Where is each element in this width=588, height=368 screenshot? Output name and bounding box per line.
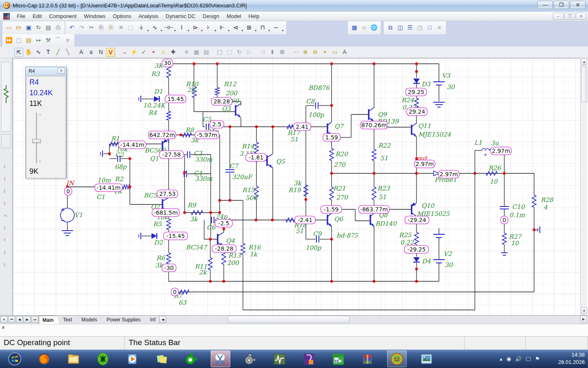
paste-icon[interactable]: ⎘ xyxy=(107,23,116,32)
grid-icon[interactable]: ⌗ xyxy=(182,48,191,57)
attribute-values-icon[interactable]: a xyxy=(87,48,96,57)
properties-icon[interactable]: ▤ xyxy=(24,36,33,45)
tab-inf[interactable]: Inf xyxy=(147,316,159,324)
minimize-button[interactable]: — xyxy=(537,1,553,9)
sine-source-icon[interactable]: ∼▾ xyxy=(272,23,281,32)
scroll-down-button[interactable]: ▼ xyxy=(581,307,587,314)
new-window-icon[interactable]: ◳ xyxy=(415,23,424,32)
spider-player-icon[interactable] xyxy=(93,350,113,367)
region-icon[interactable]: ▢ xyxy=(225,48,234,57)
mosfet-icon[interactable]: ⊩▾ xyxy=(218,23,227,32)
cd-icon[interactable]: ◉ xyxy=(506,356,511,362)
r4-window-titlebar[interactable]: R4 ✕ xyxy=(26,67,66,76)
menu-options[interactable]: Options xyxy=(109,12,135,20)
zoom-out-icon[interactable]: ⊖ xyxy=(311,48,320,57)
probe-icon[interactable]: ⌗ xyxy=(63,36,72,45)
select-icon[interactable]: ⇱ xyxy=(14,48,23,57)
node-voltages-icon[interactable]: V xyxy=(106,48,115,57)
calculator-icon[interactable]: ⌗ xyxy=(435,23,444,32)
next-tab-button[interactable]: ▶ xyxy=(24,316,31,323)
r4-slider-track[interactable] xyxy=(36,112,37,163)
current-display-icon[interactable]: → xyxy=(120,48,129,57)
grey-knob-icon[interactable] xyxy=(240,350,260,367)
menu-design[interactable]: Design xyxy=(199,12,223,20)
undo-icon[interactable]: ↶ xyxy=(67,23,76,32)
resistor-part-icon[interactable] xyxy=(2,84,10,105)
media-player-icon[interactable] xyxy=(122,350,142,367)
menu-edit[interactable]: Edit xyxy=(29,12,45,20)
slow-icon[interactable]: ▢ xyxy=(14,36,23,45)
file-explorer-icon[interactable] xyxy=(64,350,83,367)
panel-close-icon[interactable]: x xyxy=(2,325,4,330)
green-knob-icon[interactable] xyxy=(181,350,201,367)
drc-warning-icon[interactable]: ⚠ xyxy=(159,48,168,57)
tab-power-supplies[interactable]: Power Supplies xyxy=(103,316,147,324)
media-player-classic-icon[interactable]: 31 xyxy=(328,350,348,367)
ic-icon[interactable]: ⊞▾ xyxy=(245,23,254,32)
network-icon[interactable]: 🖵 xyxy=(526,356,531,362)
print-icon[interactable]: ⎙ xyxy=(53,23,62,32)
node-numbers-icon[interactable]: N xyxy=(96,48,105,57)
page-setup-icon[interactable]: ▤ xyxy=(202,48,211,57)
text-icon[interactable]: T xyxy=(44,48,53,57)
child-close-button[interactable]: ✕ xyxy=(576,13,586,20)
condition-display-icon[interactable]: ✓ xyxy=(139,48,148,57)
r4-slider-handle[interactable] xyxy=(32,139,41,143)
animate-icon[interactable]: ⏩ xyxy=(4,36,13,45)
inductor-icon[interactable]: ⌇▾ xyxy=(177,23,186,32)
move-icon[interactable]: ✚ xyxy=(169,48,178,57)
ground-icon[interactable]: ⏚▾ xyxy=(137,23,146,32)
select-region-icon[interactable]: ⬚ xyxy=(126,23,135,32)
scroll-right-button[interactable]: ▶ xyxy=(580,316,587,323)
box-select-icon[interactable]: ⬚ xyxy=(215,48,224,57)
user-models-icon[interactable]: ☺ xyxy=(360,23,369,32)
tile-vertical-icon[interactable]: ◫ xyxy=(396,23,405,32)
resistor-icon[interactable]: ∿▾ xyxy=(150,23,159,32)
last-tab-button[interactable]: ⏭ xyxy=(31,316,38,323)
step-down-icon[interactable]: ⬇ xyxy=(268,48,277,57)
flip-vertical-icon[interactable]: ◁ xyxy=(258,48,267,57)
horizontal-scroll-thumb[interactable] xyxy=(227,316,350,323)
pan-icon[interactable]: ✋ xyxy=(24,48,33,57)
delete-icon[interactable]: ✕ xyxy=(116,23,125,32)
capacitor-icon[interactable]: ⊣⊢▾ xyxy=(164,23,173,32)
tab-scroll-left-button[interactable]: ◀ xyxy=(159,316,166,323)
photo-viewer-icon[interactable] xyxy=(416,350,436,367)
stepping-icon[interactable]: ↦ xyxy=(34,36,43,45)
vertical-scroll-thumb[interactable] xyxy=(581,66,587,102)
menu-dynamic-dc[interactable]: Dynamic DC xyxy=(162,12,199,20)
cascade-icon[interactable]: ⧉ xyxy=(386,23,395,32)
rotate-icon[interactable]: ↻ xyxy=(235,48,244,57)
component-panel-icon[interactable]: ▦ xyxy=(350,23,359,32)
save-icon[interactable]: ▣ xyxy=(24,23,33,32)
analysis-plot-icon[interactable]: ⌒ xyxy=(53,36,62,45)
vertical-scrollbar[interactable]: ▲ ▼ xyxy=(580,58,587,315)
more-icon[interactable]: ⋯ xyxy=(291,48,300,57)
restore-button[interactable]: ❐ xyxy=(554,1,569,9)
zoom-in-icon[interactable]: ⊕ xyxy=(301,48,310,57)
cut-icon[interactable]: ✂ xyxy=(87,23,96,32)
tab-main[interactable]: Main xyxy=(39,316,60,324)
new-file-icon[interactable]: ▭ xyxy=(4,23,13,32)
micro-cap-icon[interactable]: 12 xyxy=(387,350,407,367)
diode-icon[interactable]: ⊳▾ xyxy=(191,23,200,32)
tools-icon[interactable]: ⚒ xyxy=(44,36,53,45)
action-center-flag[interactable]: ⚑ xyxy=(535,356,540,362)
font-icon[interactable]: A xyxy=(340,48,349,57)
attribute-text-icon[interactable]: A xyxy=(77,48,86,57)
wire-icon[interactable]: ∿ xyxy=(34,48,43,57)
revert-icon[interactable]: ↻ xyxy=(34,23,43,32)
flip-horizontal-icon[interactable]: ▷ xyxy=(245,48,254,57)
grid-options-icon[interactable]: ▦ xyxy=(192,48,201,57)
child-restore-button[interactable]: ❐ xyxy=(564,13,575,20)
child-minimize-button[interactable]: – xyxy=(553,13,564,20)
opamp-icon[interactable]: ⊲▾ xyxy=(231,23,240,32)
page-icon[interactable]: ▭ xyxy=(330,48,339,57)
menu-help[interactable]: Help xyxy=(245,12,263,20)
oscilloscope-icon[interactable] xyxy=(270,350,289,367)
snipping-tool-icon[interactable] xyxy=(211,350,230,367)
r4-close-icon[interactable]: ✕ xyxy=(58,68,65,74)
scroll-up-button[interactable]: ▲ xyxy=(581,58,587,65)
sticky-notes-icon[interactable] xyxy=(152,350,172,367)
menu-component[interactable]: Component xyxy=(45,12,80,20)
